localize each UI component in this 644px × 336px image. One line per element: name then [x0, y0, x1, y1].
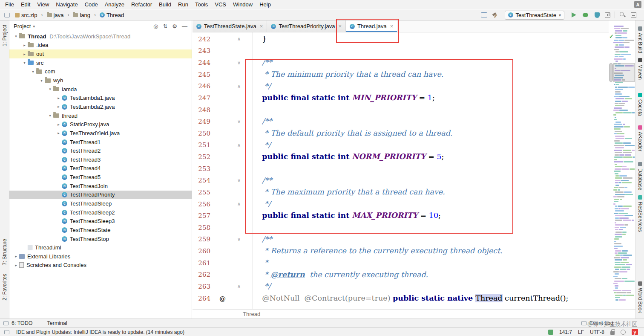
tree-item-staticproxy.java[interactable]: ▸StaticProxy.java — [9, 120, 192, 129]
breadcrumb-item[interactable]: src.zip — [14, 12, 38, 18]
tree-item-lamda[interactable]: ▾lamda — [9, 85, 192, 94]
chevron-icon[interactable]: ▾ — [30, 70, 36, 74]
scrollbar-thumb[interactable] — [609, 63, 613, 82]
menu-item-window[interactable]: Window — [230, 1, 256, 8]
close-icon[interactable]: × — [260, 23, 263, 29]
menu-item-file[interactable]: File — [2, 1, 17, 8]
search-icon[interactable] — [619, 12, 627, 19]
breadcrumb-item[interactable]: lang — [72, 12, 91, 18]
tool-button-restservices[interactable]: RestServices — [636, 195, 644, 232]
menu-item-refactor[interactable]: Refactor — [128, 1, 155, 8]
tree-item-testthread4[interactable]: TestThread4 — [9, 164, 192, 173]
profiler-button[interactable] — [605, 12, 610, 18]
fold-marker[interactable]: ∧ — [235, 36, 243, 42]
tree-item-out[interactable]: ▸out — [9, 49, 192, 58]
chevron-icon[interactable]: ▾ — [38, 78, 45, 83]
input-method-icon[interactable]: A — [634, 1, 641, 8]
tree-item-testhreadyield.java[interactable]: ▸TesThreadYield.java — [9, 129, 192, 138]
chevron-icon[interactable]: ▸ — [21, 52, 28, 56]
tree-item-testthreadstate[interactable]: TestThreadState — [9, 226, 192, 235]
chevron-icon[interactable]: ▸ — [21, 43, 28, 47]
build-hammer-icon[interactable] — [492, 12, 499, 19]
chevron-icon[interactable]: ▸ — [55, 96, 62, 100]
preview-window-icon[interactable] — [481, 12, 487, 17]
run-configuration-select[interactable]: TestThreadState ▾ — [505, 11, 564, 20]
status-widget-icon[interactable] — [621, 330, 626, 335]
caret-position[interactable]: 141:7 — [559, 329, 572, 335]
tree-item-scratches-and-consoles[interactable]: ▸Scratches and Consoles — [9, 261, 192, 270]
tool-button-favorites[interactable]: 2: Favorites — [0, 274, 9, 301]
tool-button-maven[interactable]: Maven — [636, 58, 644, 80]
tree-item-testthreadpriority[interactable]: TestThreadPriority — [9, 191, 192, 200]
menu-item-build[interactable]: Build — [155, 1, 175, 8]
tree-item-thread[interactable]: ▾thread — [9, 111, 192, 120]
tree-item-testthreadsleep[interactable]: TestThreadSleep — [9, 199, 192, 208]
tree-item-com[interactable]: ▾com — [9, 67, 192, 76]
chevron-icon[interactable]: ▾ — [13, 34, 19, 38]
tree-item-external-libraries[interactable]: ▸External Libraries — [9, 252, 192, 261]
menu-item-view[interactable]: View — [34, 1, 52, 8]
readonly-lock-icon[interactable] — [610, 331, 615, 335]
close-icon[interactable]: × — [390, 23, 394, 29]
youdao-icon[interactable]: y — [632, 329, 638, 335]
menu-item-code[interactable]: Code — [81, 1, 101, 8]
debug-button[interactable] — [582, 12, 589, 19]
chevron-icon[interactable]: ▸ — [55, 131, 62, 135]
menu-item-navigate[interactable]: Navigate — [52, 1, 81, 8]
tree-item-testthreadstop[interactable]: TestThreadStop — [9, 235, 192, 243]
collapse-all-icon[interactable]: ⇅ — [163, 23, 167, 29]
locate-file-icon[interactable]: ◎ — [153, 23, 158, 29]
menu-item-vcs[interactable]: VCS — [211, 1, 230, 8]
chevron-icon[interactable]: ▾ — [47, 113, 53, 118]
status-toolwindow-icon[interactable] — [4, 330, 9, 334]
todo-tab[interactable]: 6: TODO — [12, 320, 33, 326]
breadcrumb-item[interactable]: Thread — [99, 12, 125, 18]
chevron-icon[interactable]: ▸ — [55, 122, 62, 127]
breadcrumb-item[interactable]: Thread — [243, 311, 260, 317]
tool-button-codota[interactable]: Codota — [636, 93, 644, 116]
tree-item-testlambda1.java[interactable]: ▸TestLambda1.java — [9, 93, 192, 102]
file-encoding[interactable]: UTF-8 — [590, 329, 604, 335]
tree-item-testthreadjoin[interactable]: TestThreadJoin — [9, 182, 192, 191]
fold-marker[interactable]: ∧ — [235, 201, 243, 207]
menu-item-analyze[interactable]: Analyze — [101, 1, 128, 8]
fold-marker[interactable]: ∨ — [235, 60, 243, 66]
tree-item-testthread5[interactable]: TestThread5 — [9, 173, 192, 182]
fold-marker[interactable]: ∧ — [235, 284, 243, 289]
terminal-tab[interactable]: Terminal — [47, 320, 67, 326]
editor-tab[interactable]: TestThreadState.java× — [193, 20, 267, 32]
tool-button-database[interactable]: Database — [636, 162, 644, 190]
chevron-icon[interactable]: ▾ — [21, 61, 28, 65]
tool-button-akcoder[interactable]: AKcoder — [636, 125, 644, 151]
fold-marker[interactable]: ∧ — [235, 84, 243, 89]
tree-item-testthreadsleep2[interactable]: TestThreadSleep2 — [9, 208, 192, 217]
tree-item-testthread3[interactable]: TestThread3 — [9, 155, 192, 164]
status-message[interactable]: IDE and Plugin Updates: IntelliJ IDEA is… — [16, 329, 184, 335]
fold-marker[interactable]: ∨ — [235, 237, 243, 242]
tool-windows-grid-icon[interactable] — [631, 12, 636, 18]
hide-panel-icon[interactable]: — — [182, 23, 187, 29]
coverage-button[interactable] — [593, 12, 601, 19]
tree-item-thread.iml[interactable]: Thread.iml — [9, 243, 192, 252]
tool-button-structure[interactable]: 7: Structure — [0, 239, 9, 265]
tree-item-testthread2[interactable]: TestThread2 — [9, 146, 192, 155]
tree-item-wyh[interactable]: ▾wyh — [9, 76, 192, 85]
editor-scrollbar[interactable] — [609, 32, 613, 309]
project-view-selector[interactable]: Project ▾ — [14, 23, 35, 29]
plugin-status-icon[interactable] — [548, 330, 553, 335]
tree-item-.idea[interactable]: ▸.idea — [9, 41, 192, 50]
tree-item-thread[interactable]: ▾ThreadD:\Tools\JavaWorkSpace\Thread — [9, 32, 192, 41]
menu-item-run[interactable]: Run — [175, 1, 192, 8]
editor-tab[interactable]: TestThreadPriority.java× — [267, 20, 346, 32]
tree-item-testthread1[interactable]: TestThread1 — [9, 138, 192, 147]
chevron-icon[interactable]: ▸ — [13, 254, 19, 258]
menu-item-tools[interactable]: Tools — [192, 1, 211, 8]
tool-window-toggle-icon[interactable] — [3, 321, 9, 325]
editor-tab[interactable]: Thread.java× — [346, 20, 397, 32]
chevron-icon[interactable]: ▸ — [55, 104, 62, 109]
line-separator[interactable]: LF — [578, 329, 584, 335]
breadcrumb-item[interactable]: java — [46, 12, 65, 18]
code-viewport[interactable]: 242∧243244∨245246∧247248249∨250251∧25225… — [193, 32, 609, 309]
run-button[interactable] — [570, 12, 578, 19]
tool-button-project[interactable]: 1: Project — [0, 25, 9, 46]
